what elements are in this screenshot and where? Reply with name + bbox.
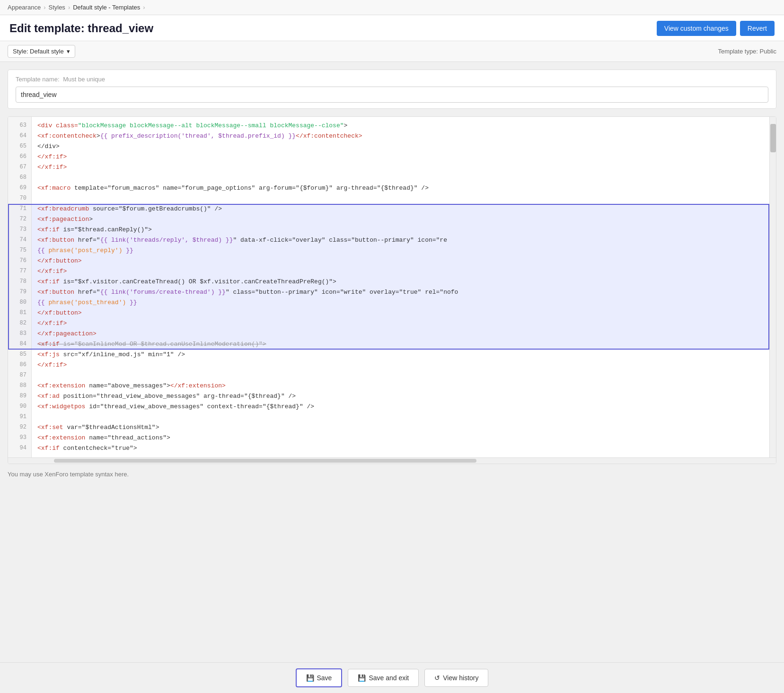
breadcrumb-styles[interactable]: Styles [48, 4, 65, 11]
line-number: 70 [8, 193, 31, 204]
line-number: 82 [8, 318, 31, 329]
line-number: 65 [8, 141, 31, 152]
line-number: 75 [8, 246, 31, 256]
table-row: <xf:macro template="forum_macros" name="… [32, 183, 769, 193]
table-row: <div class="blockMessage blockMessage--a… [32, 121, 769, 131]
line-number: 72 [8, 214, 31, 225]
line-number: 79 [8, 287, 31, 298]
line-number: 87 [8, 370, 31, 381]
template-name-section: Template name: Must be unique [8, 70, 776, 109]
table-row: <xf:pageaction> [32, 214, 769, 225]
breadcrumb-current: Default style - Templates [73, 4, 140, 11]
table-row [32, 412, 769, 422]
line-number: 71 [8, 204, 31, 214]
table-row: </xf:if> [32, 266, 769, 277]
table-row: <xf:if is="$canInlineMod OR $thread.canU… [32, 339, 769, 350]
table-row: <xf:button href="{{ link('threads/reply'… [32, 235, 769, 246]
table-row: </xf:if> [32, 152, 769, 162]
line-number: 78 [8, 277, 31, 287]
line-number: 74 [8, 235, 31, 246]
line-number: 73 [8, 225, 31, 235]
code-editor[interactable]: 6364656667686970717273747576777879808182… [8, 117, 776, 457]
line-number: 94 [8, 443, 31, 454]
table-row: <xf:if is="$thread.canReply()"> [32, 225, 769, 235]
table-row: <xf:extension name="thread_actions"> [32, 433, 769, 443]
table-row: </xf:if> [32, 318, 769, 329]
line-number: 91 [8, 412, 31, 422]
editor-wrapper: 6364656667686970717273747576777879808182… [8, 117, 776, 457]
line-number: 80 [8, 298, 31, 308]
line-number: 66 [8, 152, 31, 162]
line-number: 92 [8, 422, 31, 433]
revert-button[interactable]: Revert [740, 21, 775, 36]
line-number: 84 [8, 339, 31, 350]
header-buttons: View custom changes Revert [657, 21, 775, 36]
table-row: <xf:extension name="above_messages"></xf… [32, 381, 769, 391]
table-row: <xf:ad position="thread_view_above_messa… [32, 391, 769, 402]
line-number: 86 [8, 360, 31, 370]
table-row: {{ phrase('post_thread') }} [32, 298, 769, 308]
line-number: 85 [8, 350, 31, 360]
table-row: </xf:if> [32, 360, 769, 370]
table-row: </xf:button> [32, 308, 769, 318]
breadcrumb-sep1: › [44, 4, 45, 11]
line-number: 90 [8, 402, 31, 412]
code-content[interactable]: <div class="blockMessage blockMessage--a… [32, 117, 776, 457]
line-number: 76 [8, 256, 31, 266]
vertical-scrollbar[interactable] [769, 117, 776, 457]
chevron-down-icon: ▾ [67, 48, 70, 55]
line-number: 64 [8, 131, 31, 141]
scrollbar-thumb[interactable] [770, 124, 776, 152]
breadcrumb-sep3: › [143, 4, 145, 11]
line-number: 68 [8, 173, 31, 183]
table-row [32, 370, 769, 381]
horizontal-scrollbar-thumb[interactable] [54, 459, 476, 463]
table-row: <xf:set var="$threadActionsHtml"> [32, 422, 769, 433]
table-row: <xf:if is="$xf.visitor.canCreateThread()… [32, 277, 769, 287]
horizontal-scrollbar[interactable] [8, 459, 776, 463]
table-row: {{ phrase('post_reply') }} [32, 246, 769, 256]
line-number: 88 [8, 381, 31, 391]
style-dropdown[interactable]: Style: Default style ▾ [8, 45, 75, 58]
line-number: 69 [8, 183, 31, 193]
line-number: 93 [8, 433, 31, 443]
line-number: 89 [8, 391, 31, 402]
view-custom-changes-button[interactable]: View custom changes [657, 21, 736, 36]
table-row: </xf:if> [32, 162, 769, 173]
template-name-placeholder-hint: Must be unique [63, 76, 105, 83]
style-dropdown-label: Style: Default style [13, 48, 64, 55]
table-row [32, 193, 769, 204]
main-content: Template name: Must be unique 6364656667… [0, 62, 784, 488]
line-number: 77 [8, 266, 31, 277]
line-number: 67 [8, 162, 31, 173]
editor-section: 6364656667686970717273747576777879808182… [8, 116, 776, 464]
table-row: <xf:breadcrumb source="$forum.getBreadcr… [32, 204, 769, 214]
line-number: 83 [8, 329, 31, 339]
template-name-label-text: Template name: [16, 76, 60, 83]
horizontal-scrollbar-area [8, 457, 776, 464]
table-row: </xf:pageaction> [32, 329, 769, 339]
table-row: </div> [32, 141, 769, 152]
table-row: <xf:button href="{{ link('forums/create-… [32, 287, 769, 298]
breadcrumb: Appearance › Styles › Default style - Te… [0, 0, 784, 15]
breadcrumb-sep2: › [68, 4, 70, 11]
page-title: Edit template: thread_view [9, 22, 153, 35]
table-row: </xf:button> [32, 256, 769, 266]
table-row [32, 173, 769, 183]
page-header: Edit template: thread_view View custom c… [0, 15, 784, 41]
breadcrumb-appearance[interactable]: Appearance [8, 4, 41, 11]
line-number: 63 [8, 121, 31, 131]
table-row: <xf:contentcheck>{{ prefix_description('… [32, 131, 769, 141]
template-type-label: Template type: Public [718, 48, 776, 55]
line-number: 81 [8, 308, 31, 318]
table-row: <xf:js src="xf/inline_mod.js" min="1" /> [32, 350, 769, 360]
code-lines: 6364656667686970717273747576777879808182… [8, 117, 776, 457]
line-numbers: 6364656667686970717273747576777879808182… [8, 117, 32, 457]
table-row: <xf:widgetpos id="thread_view_above_mess… [32, 402, 769, 412]
template-name-input[interactable] [16, 87, 768, 103]
template-name-label: Template name: Must be unique [16, 76, 768, 83]
sub-bar: Style: Default style ▾ Template type: Pu… [0, 41, 784, 62]
editor-hint: You may use XenForo template syntax here… [8, 468, 776, 481]
table-row: <xf:if contentcheck="true"> [32, 443, 769, 454]
